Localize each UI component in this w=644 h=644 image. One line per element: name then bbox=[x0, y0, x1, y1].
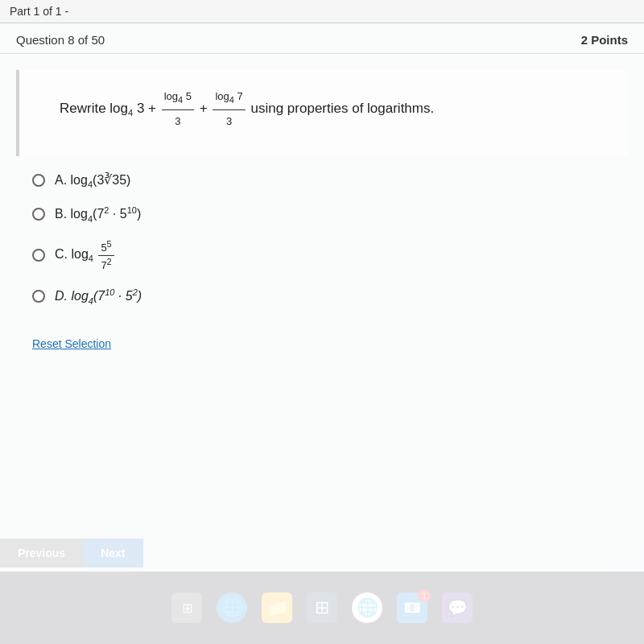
fraction-2: log4 7 3 bbox=[213, 86, 245, 132]
radio-a[interactable] bbox=[32, 174, 45, 187]
main-container: Part 1 of 1 - Question 8 of 50 2 Points … bbox=[0, 0, 644, 644]
question-content-box: Rewrite log4 3 + log4 5 3 + log4 7 3 usi… bbox=[16, 70, 628, 156]
option-c-label: C. log4 55 72 bbox=[55, 239, 116, 271]
question-header: Question 8 of 50 2 Points bbox=[0, 23, 644, 54]
radio-b[interactable] bbox=[32, 208, 45, 221]
option-d[interactable]: D. log4(710 · 52) bbox=[32, 287, 612, 306]
option-a-label: A. log4(3∛35) bbox=[55, 172, 130, 189]
reset-selection-button[interactable]: Reset Selection bbox=[32, 337, 644, 350]
question-number: Question 8 of 50 bbox=[16, 33, 105, 47]
radio-c[interactable] bbox=[32, 249, 45, 262]
top-bar: Part 1 of 1 - bbox=[0, 0, 644, 23]
fraction-1: log4 5 3 bbox=[162, 86, 194, 132]
option-a[interactable]: A. log4(3∛35) bbox=[32, 172, 612, 189]
points-label: 2 Points bbox=[581, 33, 628, 47]
part-label: Part 1 of 1 - bbox=[10, 5, 68, 18]
radio-d[interactable] bbox=[32, 290, 45, 303]
option-b-label: B. log4(72 · 510) bbox=[55, 205, 141, 224]
question-area: Question 8 of 50 2 Points Rewrite log4 3… bbox=[0, 23, 644, 644]
option-b[interactable]: B. log4(72 · 510) bbox=[32, 205, 612, 224]
question-text: Rewrite log4 3 + log4 5 3 + log4 7 3 usi… bbox=[60, 86, 604, 132]
fraction-c: 55 72 bbox=[98, 239, 114, 271]
option-d-label: D. log4(710 · 52) bbox=[55, 287, 142, 306]
option-c[interactable]: C. log4 55 72 bbox=[32, 239, 612, 271]
options-container: A. log4(3∛35) B. log4(72 · 510) C. log4 … bbox=[0, 164, 644, 330]
